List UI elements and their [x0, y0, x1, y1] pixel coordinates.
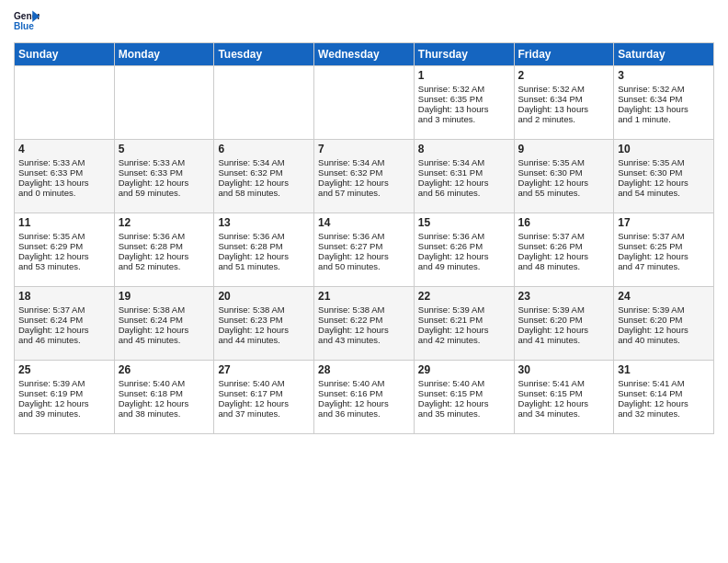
day-number: 26 [119, 363, 210, 376]
calendar-cell [114, 66, 214, 140]
day-info: Daylight: 12 hours [618, 325, 710, 335]
day-info: Sunset: 6:20 PM [518, 315, 610, 325]
header: General Blue [14, 9, 714, 35]
day-info: Daylight: 12 hours [418, 178, 510, 188]
day-info: and 0 minutes. [18, 188, 110, 198]
day-info: Sunrise: 5:38 AM [119, 304, 210, 315]
day-info: Sunrise: 5:33 AM [119, 157, 210, 167]
day-info: Sunset: 6:19 PM [18, 388, 110, 398]
day-info: Sunset: 6:27 PM [318, 241, 410, 251]
day-info: Sunrise: 5:33 AM [18, 157, 110, 167]
day-info: Sunrise: 5:36 AM [418, 231, 510, 241]
calendar-cell: 11Sunrise: 5:35 AMSunset: 6:29 PMDayligh… [15, 213, 115, 287]
calendar-cell: 16Sunrise: 5:37 AMSunset: 6:26 PMDayligh… [514, 213, 614, 287]
day-info: Daylight: 12 hours [318, 178, 410, 188]
day-info: Sunrise: 5:41 AM [618, 378, 710, 388]
calendar-week-5: 25Sunrise: 5:39 AMSunset: 6:19 PMDayligh… [15, 361, 714, 434]
day-info: and 1 minute. [618, 114, 710, 124]
day-number: 24 [618, 290, 710, 303]
day-info: Daylight: 12 hours [418, 398, 510, 408]
day-info: Sunrise: 5:38 AM [318, 304, 410, 315]
day-number: 15 [418, 216, 510, 229]
calendar-header-thursday: Thursday [414, 43, 514, 66]
day-info: Sunrise: 5:41 AM [518, 378, 610, 388]
calendar-header-wednesday: Wednesday [314, 43, 415, 66]
calendar-cell: 28Sunrise: 5:40 AMSunset: 6:16 PMDayligh… [314, 361, 415, 434]
day-info: Sunset: 6:33 PM [119, 167, 210, 178]
day-info: Daylight: 12 hours [119, 178, 210, 188]
day-info: Sunrise: 5:40 AM [218, 378, 310, 388]
day-info: Daylight: 12 hours [18, 251, 110, 261]
day-info: Sunset: 6:28 PM [119, 241, 210, 251]
day-info: and 40 minutes. [618, 335, 710, 345]
day-info: Sunrise: 5:35 AM [18, 231, 110, 241]
day-info: and 2 minutes. [518, 114, 610, 124]
calendar-body: 1Sunrise: 5:32 AMSunset: 6:35 PMDaylight… [15, 66, 714, 434]
calendar-cell: 29Sunrise: 5:40 AMSunset: 6:15 PMDayligh… [414, 361, 514, 434]
day-info: Sunrise: 5:35 AM [518, 157, 610, 167]
day-info: and 47 minutes. [618, 261, 710, 271]
day-number: 6 [218, 143, 310, 155]
day-info: Daylight: 12 hours [218, 178, 310, 188]
calendar-cell: 3Sunrise: 5:32 AMSunset: 6:34 PMDaylight… [614, 66, 714, 140]
calendar-week-3: 11Sunrise: 5:35 AMSunset: 6:29 PMDayligh… [15, 213, 714, 287]
day-info: and 58 minutes. [218, 188, 310, 198]
day-number: 20 [218, 290, 310, 303]
calendar-cell: 17Sunrise: 5:37 AMSunset: 6:25 PMDayligh… [614, 213, 714, 287]
day-number: 9 [518, 143, 610, 155]
calendar-cell: 21Sunrise: 5:38 AMSunset: 6:22 PMDayligh… [314, 287, 415, 361]
day-info: Sunrise: 5:40 AM [418, 378, 510, 388]
day-info: Daylight: 13 hours [618, 104, 710, 114]
day-info: and 36 minutes. [318, 408, 410, 419]
calendar-cell: 26Sunrise: 5:40 AMSunset: 6:18 PMDayligh… [114, 361, 214, 434]
day-number: 14 [318, 216, 410, 229]
day-info: Sunset: 6:26 PM [518, 241, 610, 251]
day-info: and 39 minutes. [18, 408, 110, 419]
day-info: Sunset: 6:32 PM [318, 167, 410, 178]
day-info: Sunrise: 5:34 AM [418, 157, 510, 167]
day-info: Sunset: 6:17 PM [218, 388, 310, 398]
day-number: 22 [418, 290, 510, 303]
day-number: 12 [119, 216, 210, 229]
day-info: Sunrise: 5:32 AM [618, 84, 710, 94]
day-info: Sunset: 6:32 PM [218, 167, 310, 178]
calendar-cell: 1Sunrise: 5:32 AMSunset: 6:35 PMDaylight… [414, 66, 514, 140]
calendar-cell: 12Sunrise: 5:36 AMSunset: 6:28 PMDayligh… [114, 213, 214, 287]
day-info: and 59 minutes. [119, 188, 210, 198]
day-info: Sunset: 6:24 PM [18, 315, 110, 325]
day-number: 2 [518, 69, 610, 82]
logo: General Blue [14, 9, 40, 35]
day-info: and 56 minutes. [418, 188, 510, 198]
calendar-cell: 15Sunrise: 5:36 AMSunset: 6:26 PMDayligh… [414, 213, 514, 287]
day-info: Sunrise: 5:39 AM [18, 378, 110, 388]
day-info: Sunset: 6:26 PM [418, 241, 510, 251]
day-info: and 50 minutes. [318, 261, 410, 271]
calendar-header-saturday: Saturday [614, 43, 714, 66]
calendar-header-friday: Friday [514, 43, 614, 66]
day-info: and 44 minutes. [218, 335, 310, 345]
day-info: and 43 minutes. [318, 335, 410, 345]
day-info: Sunset: 6:31 PM [418, 167, 510, 178]
day-info: and 52 minutes. [119, 261, 210, 271]
calendar-cell: 24Sunrise: 5:39 AMSunset: 6:20 PMDayligh… [614, 287, 714, 361]
calendar-header-monday: Monday [114, 43, 214, 66]
day-info: and 32 minutes. [618, 408, 710, 419]
day-info: Sunset: 6:28 PM [218, 241, 310, 251]
day-info: Sunrise: 5:36 AM [119, 231, 210, 241]
day-info: Daylight: 13 hours [518, 104, 610, 114]
day-number: 19 [119, 290, 210, 303]
calendar-header-row: SundayMondayTuesdayWednesdayThursdayFrid… [15, 43, 714, 66]
day-info: Sunrise: 5:32 AM [518, 84, 610, 94]
day-info: Daylight: 12 hours [518, 251, 610, 261]
day-info: and 38 minutes. [119, 408, 210, 419]
calendar-cell: 13Sunrise: 5:36 AMSunset: 6:28 PMDayligh… [214, 213, 314, 287]
calendar-cell: 19Sunrise: 5:38 AMSunset: 6:24 PMDayligh… [114, 287, 214, 361]
day-info: and 41 minutes. [518, 335, 610, 345]
calendar-cell: 23Sunrise: 5:39 AMSunset: 6:20 PMDayligh… [514, 287, 614, 361]
day-info: Sunset: 6:34 PM [618, 94, 710, 104]
calendar-cell: 9Sunrise: 5:35 AMSunset: 6:30 PMDaylight… [514, 140, 614, 213]
day-info: Daylight: 12 hours [18, 325, 110, 335]
day-info: Daylight: 12 hours [518, 398, 610, 408]
day-info: Daylight: 12 hours [218, 251, 310, 261]
day-info: Sunrise: 5:39 AM [418, 304, 510, 315]
